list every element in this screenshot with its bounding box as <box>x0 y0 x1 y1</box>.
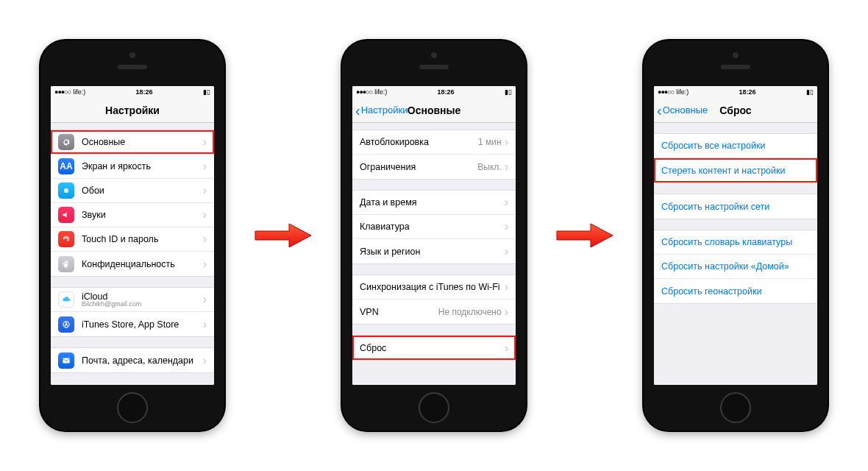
row-touchid-passcode[interactable]: Touch ID и пароль › <box>51 227 214 252</box>
sounds-icon <box>58 207 74 223</box>
phone-camera <box>129 52 135 58</box>
nav-bar: ‹ Основные Сброс <box>654 98 817 123</box>
row-label: VPN <box>360 307 438 317</box>
row-label: Автоблокировка <box>360 137 478 147</box>
battery-icon: ▮▯ <box>203 88 210 96</box>
row-label: Язык и регион <box>360 247 505 257</box>
row-label: Touch ID и пароль <box>82 234 203 244</box>
nav-title: Сброс <box>719 105 751 116</box>
chevron-right-icon: › <box>505 161 508 173</box>
row-itunes-appstore[interactable]: iTunes Store, App Store › <box>51 312 214 336</box>
row-erase-all-content[interactable]: Стереть контент и настройки <box>654 158 817 183</box>
row-label: Сбросить все настройки <box>661 141 810 151</box>
phone-camera <box>431 52 437 58</box>
battery-icon: ▮▯ <box>806 88 814 96</box>
row-reset-keyboard-dictionary[interactable]: Сбросить словарь клавиатуры <box>654 230 817 255</box>
signal-dots: ●●●○○ <box>54 88 71 96</box>
icloud-icon <box>58 291 74 308</box>
chevron-right-icon: › <box>203 185 207 196</box>
row-label: Почта, адреса, календари <box>82 355 203 366</box>
row-label: Сбросить настройки сети <box>661 202 810 212</box>
chevron-right-icon: › <box>505 136 508 148</box>
chevron-right-icon: › <box>203 294 207 305</box>
row-label: Стереть контент и настройки <box>661 166 810 176</box>
row-privacy[interactable]: Конфиденциальность › <box>51 252 214 276</box>
display-icon: AA <box>58 158 74 174</box>
row-itunes-wifi-sync[interactable]: Синхронизация с iTunes по Wi-Fi › <box>352 275 516 300</box>
status-bar: ●●●○○life:) 18:26 ▮▯ <box>352 86 516 98</box>
chevron-right-icon: › <box>505 221 508 233</box>
row-vpn[interactable]: VPN Не подключено › <box>352 300 516 324</box>
status-bar: ●●●○○life:) 18:26 ▮▯ <box>51 86 214 98</box>
chevron-right-icon: › <box>505 342 508 354</box>
chevron-right-icon: › <box>203 209 207 221</box>
carrier-label: life:) <box>374 88 387 96</box>
row-display-brightness[interactable]: AA Экран и яркость › <box>51 155 214 179</box>
row-label: Обои <box>82 185 203 196</box>
signal-dots: ●●●○○ <box>658 88 674 96</box>
row-reset-location[interactable]: Сбросить геонастройки <box>654 279 817 303</box>
home-button[interactable] <box>117 392 148 423</box>
row-label: Дата и время <box>360 197 505 208</box>
signal-dots: ●●●○○ <box>356 88 372 96</box>
row-reset-network[interactable]: Сбросить настройки сети <box>654 194 817 219</box>
status-bar: ●●●○○life:) 18:26 ▮▯ <box>654 86 817 98</box>
screen-general: ●●●○○life:) 18:26 ▮▯ ‹ Настройки Основны… <box>352 86 516 385</box>
row-icloud[interactable]: iCloud Bilchikh@gmail.com › <box>51 288 214 312</box>
row-general[interactable]: Основные › <box>51 130 214 155</box>
chevron-left-icon: ‹ <box>355 103 360 118</box>
phone-reset: ●●●○○life:) 18:26 ▮▯ ‹ Основные Сброс Сб… <box>644 40 828 431</box>
row-label: Сбросить настройки «Домой» <box>661 261 810 272</box>
phone-camera <box>733 52 739 58</box>
reset-list[interactable]: Сбросить все настройки Стереть контент и… <box>654 123 817 385</box>
arrow-right-icon <box>254 221 313 250</box>
nav-bar: ‹ Настройки Основные <box>352 98 516 123</box>
nav-title: Настройки <box>105 105 160 116</box>
row-keyboard[interactable]: Клавиатура › <box>352 215 516 239</box>
fingerprint-icon <box>58 231 74 247</box>
mail-icon <box>58 353 74 369</box>
chevron-right-icon: › <box>203 136 207 148</box>
back-button[interactable]: ‹ Основные <box>657 103 708 118</box>
row-reset-home-layout[interactable]: Сбросить настройки «Домой» <box>654 255 817 279</box>
battery-icon: ▮▯ <box>505 88 512 96</box>
gear-icon <box>58 134 74 150</box>
row-label: iTunes Store, App Store <box>82 319 203 330</box>
row-autolock[interactable]: Автоблокировка 1 мин › <box>352 130 516 155</box>
row-reset[interactable]: Сброс › <box>352 336 516 360</box>
row-restrictions[interactable]: Ограничения Выкл. › <box>352 155 516 179</box>
chevron-right-icon: › <box>203 233 207 245</box>
chevron-right-icon: › <box>203 319 207 330</box>
row-language-region[interactable]: Язык и регион › <box>352 239 516 263</box>
general-list[interactable]: Автоблокировка 1 мин › Ограничения Выкл.… <box>352 123 516 385</box>
carrier-label: life:) <box>73 88 85 96</box>
row-mail-contacts-calendars[interactable]: Почта, адреса, календари › <box>51 348 214 372</box>
home-button[interactable] <box>419 392 449 423</box>
back-button[interactable]: ‹ Настройки <box>355 103 408 118</box>
row-label: Конфиденциальность <box>82 259 203 269</box>
phone-settings: ●●●○○life:) 18:26 ▮▯ Настройки Основные … <box>40 40 224 431</box>
chevron-left-icon: ‹ <box>657 103 662 118</box>
chevron-right-icon: › <box>505 306 508 318</box>
row-detail: Выкл. <box>477 162 501 172</box>
home-button[interactable] <box>720 392 751 423</box>
row-label: Клавиатура <box>360 222 505 232</box>
row-detail: 1 мин <box>478 137 502 147</box>
chevron-right-icon: › <box>505 281 508 293</box>
row-date-time[interactable]: Дата и время › <box>352 191 516 215</box>
row-wallpaper[interactable]: Обои › <box>51 179 214 203</box>
nav-bar: Настройки <box>51 98 214 123</box>
arrow-right-icon <box>555 221 614 250</box>
settings-list[interactable]: Основные › AA Экран и яркость › Обои › З… <box>51 123 214 385</box>
row-sounds[interactable]: Звуки › <box>51 203 214 227</box>
chevron-right-icon: › <box>203 355 207 366</box>
row-reset-all-settings[interactable]: Сбросить все настройки <box>654 134 817 158</box>
row-label: Основные <box>82 137 203 147</box>
row-label: Звуки <box>82 210 203 220</box>
back-label: Настройки <box>361 105 408 116</box>
status-time: 18:26 <box>136 88 153 96</box>
status-time: 18:26 <box>739 88 756 96</box>
chevron-right-icon: › <box>505 246 508 258</box>
nav-title: Основные <box>408 105 461 116</box>
appstore-icon <box>58 316 74 333</box>
